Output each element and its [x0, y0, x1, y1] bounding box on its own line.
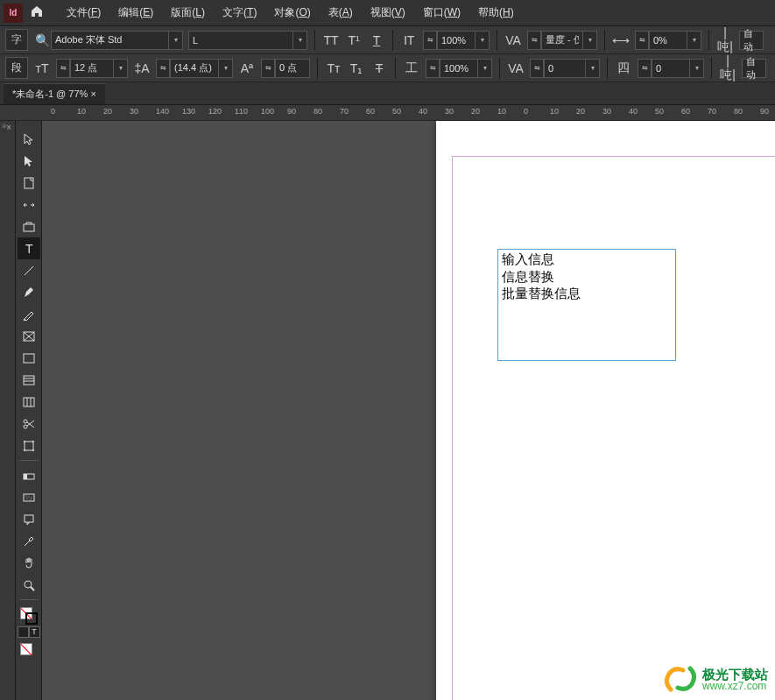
font-style-dropdown[interactable]: ▾	[188, 31, 307, 50]
fill-stroke-swatch[interactable]	[20, 607, 38, 625]
font-style-input[interactable]	[188, 31, 293, 50]
format-text-icon[interactable]: T	[29, 626, 40, 638]
pencil-tool[interactable]	[18, 303, 40, 325]
stepper-icon[interactable]: ⇆	[527, 31, 541, 50]
apply-none-icon[interactable]	[20, 643, 32, 655]
type-tool[interactable]: T	[18, 237, 40, 259]
hand-tool[interactable]	[18, 552, 40, 574]
apply-color-swatch[interactable]	[20, 643, 38, 661]
page-tool[interactable]	[18, 172, 40, 194]
mode-character-label[interactable]: 字	[5, 29, 28, 51]
close-icon[interactable]: ×	[6, 123, 11, 132]
menu-edit[interactable]: 编辑(E)	[109, 5, 162, 20]
selection-tool[interactable]	[18, 128, 40, 150]
chevron-down-icon[interactable]: ▾	[583, 31, 597, 50]
gradient-swatch-tool[interactable]	[18, 464, 40, 486]
tracking-dropdown[interactable]: ⇆ ▾	[530, 59, 600, 78]
font-size-dropdown[interactable]: ⇆ ▾	[56, 59, 128, 78]
text-frame[interactable]: 输入信息 信息替换 批量替换信息	[497, 249, 676, 361]
document-tab-bar: *未命名-1 @ 77% ×	[0, 82, 775, 105]
superscript-icon[interactable]: T¹	[345, 33, 363, 47]
tracking-pct-dropdown[interactable]: ⇆ ▾	[635, 31, 701, 50]
strikethrough-icon[interactable]: T	[370, 61, 388, 75]
vertical-grid-tool[interactable]	[18, 391, 40, 413]
line-tool[interactable]	[18, 259, 40, 281]
chevron-down-icon[interactable]: ▾	[114, 59, 128, 78]
menu-file[interactable]: 文件(F)	[58, 5, 109, 20]
baseline-dropdown[interactable]: ⇆	[261, 59, 310, 78]
stroke-color-icon[interactable]	[25, 612, 38, 625]
search-icon: 🔍	[33, 33, 51, 47]
font-family-input[interactable]	[51, 31, 169, 50]
chevron-down-icon[interactable]: ▾	[219, 59, 233, 78]
menu-object[interactable]: 对象(O)	[265, 5, 319, 20]
text-line-2[interactable]: 信息替换	[502, 269, 672, 286]
char-spacing-dropdown[interactable]: ⇆ ▾	[638, 59, 704, 78]
menu-window[interactable]: 窗口(W)	[414, 5, 469, 20]
menu-view[interactable]: 视图(V)	[362, 5, 414, 20]
vertical-scale-input[interactable]	[437, 31, 476, 50]
menu-layout[interactable]: 版面(L)	[162, 5, 214, 20]
kerning-dropdown[interactable]: ⇆ ▾	[527, 31, 597, 50]
grid-align-icon[interactable]: |吨|	[719, 53, 736, 83]
chevron-down-icon[interactable]: ▾	[586, 59, 600, 78]
menu-type[interactable]: 文字(T)	[214, 5, 265, 20]
baseline-input[interactable]	[275, 59, 310, 78]
direct-selection-tool[interactable]	[18, 150, 40, 172]
char-spacing-input[interactable]	[652, 59, 690, 78]
gradient-feather-tool[interactable]	[18, 486, 40, 508]
horizontal-grid-tool[interactable]	[18, 369, 40, 391]
chevron-down-icon[interactable]: ▾	[687, 31, 701, 50]
pen-tool[interactable]	[18, 281, 40, 303]
chevron-down-icon[interactable]: ▾	[169, 31, 183, 50]
menu-help[interactable]: 帮助(H)	[469, 5, 523, 20]
smallcaps-icon[interactable]: Tт	[325, 61, 342, 75]
leading-input[interactable]	[170, 59, 219, 78]
rectangle-frame-tool[interactable]	[18, 325, 40, 347]
stepper-icon[interactable]: ⇆	[638, 59, 652, 78]
font-family-dropdown[interactable]: 🔍 ▾	[33, 31, 183, 50]
tracking-input[interactable]	[544, 59, 586, 78]
chevron-down-icon[interactable]: ▾	[476, 31, 490, 50]
document-page[interactable]: 输入信息 信息替换 批量替换信息	[436, 121, 775, 700]
text-line-3[interactable]: 批量替换信息	[502, 286, 672, 303]
document-tab[interactable]: *未命名-1 @ 77% ×	[4, 83, 105, 104]
format-container-icon[interactable]	[18, 626, 29, 638]
zoom-tool[interactable]	[18, 574, 40, 596]
subscript-icon[interactable]: T₁	[348, 61, 365, 75]
rectangle-tool[interactable]	[18, 347, 40, 369]
free-transform-tool[interactable]	[18, 435, 40, 456]
content-collector-tool[interactable]	[18, 216, 40, 237]
horizontal-scale-dropdown[interactable]: ⇆ ▾	[426, 59, 492, 78]
stepper-icon[interactable]: ⇆	[56, 59, 70, 78]
canvas-area[interactable]: 输入信息 信息替换 批量替换信息	[42, 121, 775, 700]
tracking-pct-input[interactable]	[649, 31, 687, 50]
leading-dropdown[interactable]: ⇆ ▾	[156, 59, 233, 78]
chevron-down-icon[interactable]: ▾	[293, 31, 307, 50]
horizontal-scale-input[interactable]	[440, 59, 478, 78]
chevron-down-icon[interactable]: ▾	[690, 59, 704, 78]
stepper-icon[interactable]: ⇆	[156, 59, 170, 78]
note-tool[interactable]	[18, 508, 40, 530]
kerning-input[interactable]	[541, 31, 583, 50]
stepper-icon[interactable]: ⇆	[426, 59, 440, 78]
rotation-icon[interactable]: |吨|	[716, 25, 734, 55]
stepper-icon[interactable]: ⇆	[423, 31, 437, 50]
mode-paragraph-label[interactable]: 段	[5, 57, 28, 79]
underline-icon[interactable]: T	[368, 33, 385, 47]
gap-tool[interactable]	[18, 194, 40, 216]
menu-table[interactable]: 表(A)	[320, 5, 362, 20]
text-line-1[interactable]: 输入信息	[502, 251, 672, 269]
stepper-icon[interactable]: ⇆	[261, 59, 275, 78]
stepper-icon[interactable]: ⇆	[635, 31, 649, 50]
stepper-icon[interactable]: ⇆	[530, 59, 544, 78]
vertical-scale-dropdown[interactable]: ⇆ ▾	[423, 31, 490, 50]
scissors-tool[interactable]	[18, 413, 40, 435]
panel-collapse-strip[interactable]: » ×	[0, 121, 16, 700]
horizontal-ruler[interactable]: 0 10 20 30 140 130 120 110 100 90 80 70 …	[0, 105, 775, 121]
allcaps-icon[interactable]: TT	[322, 33, 340, 47]
home-icon[interactable]	[30, 4, 44, 22]
font-size-input[interactable]	[70, 59, 114, 78]
eyedropper-tool[interactable]	[18, 530, 40, 552]
chevron-down-icon[interactable]: ▾	[478, 59, 492, 78]
